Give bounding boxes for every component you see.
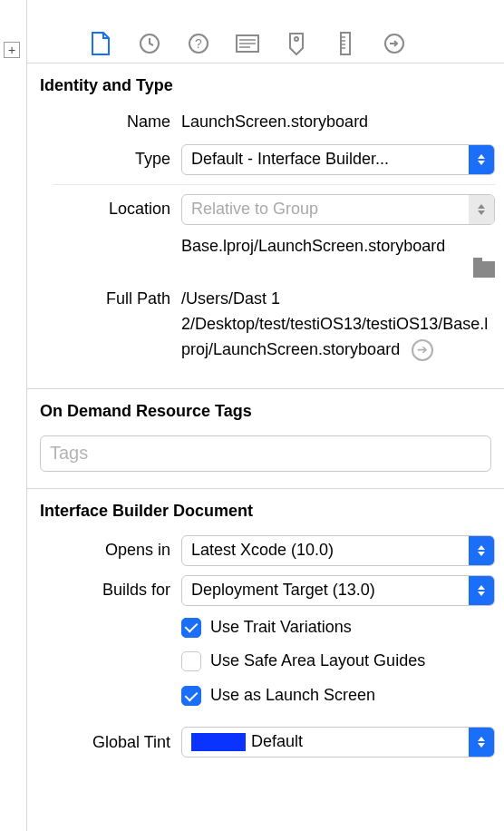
use-trait-label: Use Trait Variations [210, 615, 352, 640]
odr-section: On Demand Resource Tags [27, 389, 504, 489]
use-launch-label: Use as Launch Screen [210, 683, 375, 709]
location-select[interactable]: Relative to Group [181, 194, 495, 225]
stepper-icon [469, 145, 494, 174]
use-trait-checkbox[interactable] [181, 618, 201, 638]
help-icon[interactable]: ? [187, 32, 210, 55]
name-label: Name [40, 110, 181, 134]
stepper-icon [469, 576, 494, 605]
opens-in-value: Latest Xcode (10.0) [182, 538, 469, 563]
add-button[interactable]: + [4, 42, 20, 58]
type-select-value: Default - Interface Builder... [182, 147, 469, 172]
file-icon[interactable] [89, 32, 112, 55]
opens-in-label: Opens in [40, 538, 181, 562]
global-tint-label: Global Tint [40, 730, 181, 755]
tag-icon[interactable] [285, 32, 308, 55]
builds-for-select[interactable]: Deployment Target (13.0) [181, 575, 495, 606]
reveal-in-finder-button[interactable]: ➔ [412, 339, 433, 361]
full-path-value: /Users/Dast 1 2/Desktop/test/testiOS13/t… [181, 289, 488, 358]
use-safe-area-label: Use Safe Area Layout Guides [210, 649, 425, 674]
tags-input[interactable] [40, 435, 491, 472]
ib-title: Interface Builder Document [40, 502, 495, 521]
choose-folder-button[interactable] [473, 261, 495, 278]
type-label: Type [40, 147, 181, 171]
stepper-icon [469, 536, 494, 565]
builds-for-value: Deployment Target (13.0) [182, 578, 469, 603]
use-launch-checkbox[interactable] [181, 686, 201, 706]
inspector-toolbar: ? [27, 0, 504, 64]
type-select[interactable]: Default - Interface Builder... [181, 144, 495, 175]
global-tint-select[interactable]: Default [181, 727, 495, 758]
global-tint-value: Default [251, 729, 469, 755]
odr-title: On Demand Resource Tags [40, 402, 495, 421]
global-tint-swatch [191, 733, 246, 751]
opens-in-select[interactable]: Latest Xcode (10.0) [181, 535, 495, 566]
ruler-icon[interactable] [334, 32, 357, 55]
identity-title: Identity and Type [40, 76, 495, 95]
builds-for-label: Builds for [40, 578, 181, 602]
identity-icon[interactable] [236, 32, 259, 55]
full-path-label: Full Path [40, 287, 181, 311]
stepper-icon [469, 195, 494, 224]
location-label: Location [40, 197, 181, 221]
left-gutter: + [0, 0, 27, 831]
connections-icon[interactable] [383, 32, 406, 55]
svg-text:?: ? [195, 36, 202, 51]
name-value: LaunchScreen.storyboard [181, 110, 495, 135]
stepper-icon [469, 728, 494, 757]
relative-path: Base.lproj/LaunchScreen.storyboard [181, 234, 462, 259]
svg-rect-8 [341, 33, 350, 54]
ib-section: Interface Builder Document Opens in Late… [27, 489, 504, 784]
history-icon[interactable] [138, 32, 161, 55]
identity-section: Identity and Type Name LaunchScreen.stor… [27, 64, 504, 389]
svg-point-7 [295, 37, 298, 41]
use-safe-area-checkbox[interactable] [181, 651, 201, 671]
location-select-value: Relative to Group [182, 197, 469, 222]
